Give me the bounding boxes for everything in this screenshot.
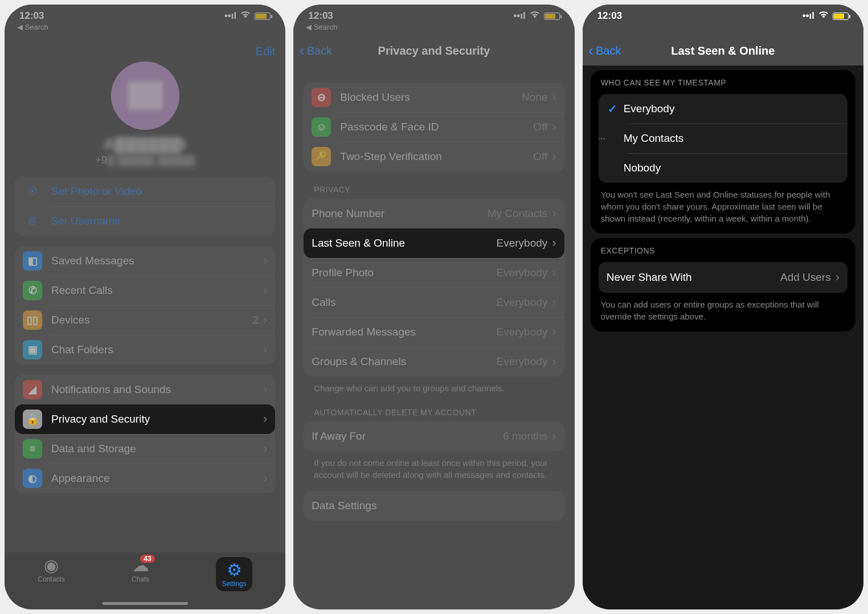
- nav-bar: ‹Back Last Seen & Online: [583, 31, 863, 66]
- profile-phone: +9▓ ▓▓▓▓▓ ▓▓▓▓▓: [15, 154, 275, 166]
- back-button[interactable]: ‹Back: [299, 42, 332, 60]
- tab-settings[interactable]: ⚙ Settings: [216, 557, 252, 591]
- wifi-icon: [240, 10, 251, 22]
- devices-count: 2: [252, 314, 259, 326]
- notifications-row[interactable]: ◢ Notifications and Sounds›: [15, 375, 275, 404]
- chevron-right-icon: ›: [552, 120, 556, 134]
- bell-icon: ◢: [23, 380, 42, 399]
- back-button[interactable]: ‹Back: [588, 42, 621, 60]
- home-indicator[interactable]: [103, 602, 188, 605]
- tab-chats[interactable]: ☁43 Chats: [132, 557, 149, 583]
- away-row[interactable]: If Away For 6 months›: [304, 421, 564, 451]
- chevron-right-icon: ›: [836, 270, 840, 285]
- status-bar: 12:03 ••ıl: [5, 5, 285, 23]
- appearance-icon: ◐: [23, 469, 42, 488]
- data-settings-row[interactable]: Data Settings: [304, 491, 564, 521]
- chevron-right-icon: ›: [263, 283, 267, 298]
- bookmark-icon: ◧: [23, 251, 42, 271]
- privacy-security-row[interactable]: 🔒 Privacy and Security›: [15, 404, 275, 434]
- passcode-row[interactable]: ☺ Passcode & Face ID Off›: [304, 112, 564, 142]
- phone-icon: ✆: [23, 281, 42, 300]
- chat-folders-row[interactable]: ▣ Chat Folders›: [15, 335, 275, 365]
- folder-icon: ▣: [23, 340, 42, 359]
- chevron-right-icon: ›: [263, 382, 267, 397]
- timestamp-card: WHO CAN SEE MY TIMESTAMP ✓ Everybody •••…: [591, 70, 855, 234]
- person-icon: ◉: [44, 557, 59, 574]
- chevron-right-icon: ›: [263, 313, 267, 328]
- exceptions-card: EXCEPTIONS Never Share With Add Users › …: [591, 238, 855, 331]
- option-nobody[interactable]: Nobody: [599, 153, 847, 183]
- section-header-privacy: PRIVACY: [304, 171, 564, 199]
- camera-icon: ⦿: [23, 182, 42, 201]
- status-time: 12:03: [308, 10, 333, 22]
- forwarded-row[interactable]: Forwarded Messages Everybody›: [304, 317, 564, 347]
- two-step-row[interactable]: 🔑 Two-Step Verification Off›: [304, 142, 564, 171]
- devices-row[interactable]: ▯▯ Devices 2 ›: [15, 305, 275, 335]
- appearance-row[interactable]: ◐ Appearance›: [15, 464, 275, 493]
- checkmark-icon: ✓: [608, 102, 624, 116]
- screen-last-seen: 12:03 ••ıl . ‹Back Last Seen & Online WH…: [583, 5, 863, 609]
- option-my-contacts[interactable]: ••••• My Contacts: [599, 124, 847, 153]
- badge-count: 43: [140, 555, 154, 563]
- away-footer: If you do not come online at least once …: [304, 451, 564, 481]
- minus-circle-icon: ⊖: [312, 88, 331, 107]
- saved-messages-row[interactable]: ◧ Saved Messages›: [15, 246, 275, 276]
- signal-icon: ••ıl: [224, 10, 236, 22]
- chevron-right-icon: ›: [263, 412, 267, 427]
- signal-icon: ••ıl: [803, 10, 814, 22]
- tab-bar: ◉ Contacts ☁43 Chats ⚙ Settings: [5, 552, 285, 609]
- chevron-left-icon: ‹: [588, 42, 593, 60]
- recent-calls-row[interactable]: ✆ Recent Calls›: [15, 276, 275, 305]
- wifi-icon: [818, 10, 829, 22]
- nav-bar: ‹Back Privacy and Security: [293, 31, 574, 66]
- key-icon: 🔑: [312, 147, 331, 166]
- never-share-row[interactable]: Never Share With Add Users ›: [599, 262, 847, 293]
- database-icon: ≡: [23, 439, 42, 459]
- at-icon: @: [23, 211, 42, 231]
- blocked-users-row[interactable]: ⊖ Blocked Users None›: [304, 83, 564, 112]
- gear-icon: ⚙: [227, 562, 242, 579]
- lock-icon: 🔒: [23, 410, 42, 429]
- chevron-right-icon: ›: [552, 90, 556, 105]
- status-time: 12:03: [597, 10, 622, 22]
- chevron-right-icon: ›: [263, 253, 267, 268]
- status-bar: 12:03 ••ıl: [583, 5, 863, 23]
- chat-icon: ☁43: [132, 557, 149, 574]
- chevron-right-icon: ›: [263, 441, 267, 456]
- page-title: Last Seen & Online: [583, 44, 863, 58]
- status-bar: 12:03 ••ıl: [293, 5, 574, 23]
- chevron-right-icon: ›: [552, 295, 556, 310]
- chevron-right-icon: ›: [552, 325, 556, 339]
- devices-icon: ▯▯: [23, 310, 42, 330]
- chevron-right-icon: ›: [552, 354, 556, 369]
- screen-privacy-security: 12:03 ••ıl ◀ Search ‹Back Privacy and Se…: [293, 5, 574, 609]
- profile-photo-row[interactable]: Profile Photo Everybody›: [304, 258, 564, 288]
- chevron-right-icon: ›: [263, 471, 267, 486]
- set-photo-row[interactable]: ⦿ Set Photo or Video: [15, 177, 275, 206]
- option-everybody[interactable]: ✓ Everybody: [599, 94, 847, 124]
- profile-name: A▓▓▓▓▓▓t: [15, 136, 275, 153]
- tab-contacts[interactable]: ◉ Contacts: [38, 557, 65, 583]
- breadcrumb-back[interactable]: ◀ Search: [5, 23, 285, 31]
- data-storage-row[interactable]: ≡ Data and Storage›: [15, 434, 275, 464]
- avatar[interactable]: [111, 62, 179, 130]
- groups-footer: Change who can add you to groups and cha…: [304, 376, 564, 394]
- chevron-right-icon: ›: [552, 149, 556, 164]
- chevron-left-icon: ‹: [299, 42, 304, 60]
- chevron-right-icon: ›: [263, 342, 267, 357]
- phone-number-row[interactable]: Phone Number My Contacts›: [304, 199, 564, 228]
- breadcrumb-back[interactable]: ◀ Search: [293, 23, 574, 31]
- chevron-right-icon: ›: [552, 429, 556, 444]
- who-footer: You won't see Last Seen and Online statu…: [591, 183, 855, 224]
- status-time: 12:03: [19, 10, 44, 22]
- section-header-auto-delete: AUTOMATICALLY DELETE MY ACCOUNT: [304, 394, 564, 421]
- set-username-row[interactable]: @ Set Username: [15, 206, 275, 236]
- edit-button[interactable]: Edit: [256, 45, 275, 58]
- last-seen-row[interactable]: Last Seen & Online Everybody›: [304, 228, 564, 258]
- wifi-icon: [529, 10, 541, 22]
- calls-row[interactable]: Calls Everybody›: [304, 288, 564, 317]
- groups-channels-row[interactable]: Groups & Channels Everybody›: [304, 347, 564, 376]
- battery-icon: [544, 13, 560, 20]
- chevron-right-icon: ›: [552, 206, 556, 221]
- chevron-right-icon: ›: [552, 236, 556, 251]
